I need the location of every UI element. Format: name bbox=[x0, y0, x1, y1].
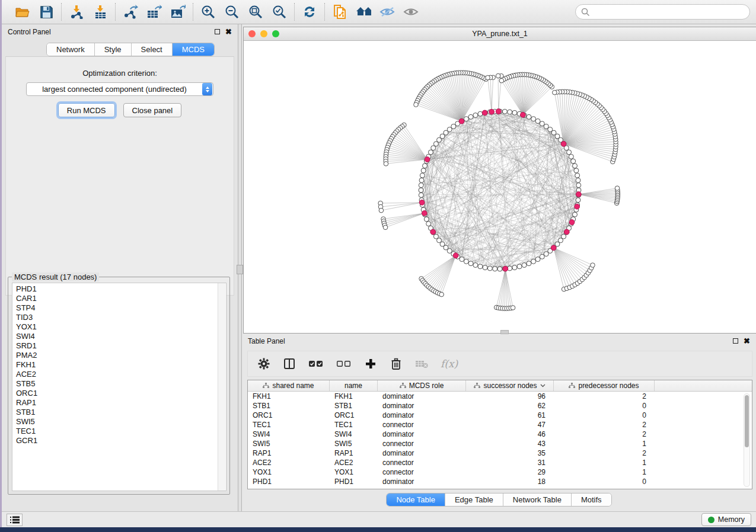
run-mcds-button[interactable]: Run MCDS bbox=[58, 103, 115, 117]
tab-style[interactable]: Style bbox=[95, 43, 132, 56]
mcds-node-item[interactable]: ORC1 bbox=[16, 389, 226, 398]
table-row[interactable]: PHD1PHD1dominator180 bbox=[248, 477, 752, 486]
table-row[interactable]: FKH1FKH1dominator962 bbox=[248, 392, 752, 401]
vertical-splitter[interactable] bbox=[238, 24, 242, 511]
table-row[interactable]: YOX1YOX1connector291 bbox=[248, 467, 752, 477]
add-column-icon[interactable] bbox=[364, 357, 377, 370]
column-header-MCDS-role[interactable]: MCDS role bbox=[378, 380, 466, 391]
float-table-panel-icon[interactable] bbox=[733, 338, 738, 344]
table-cell: dominator bbox=[378, 477, 466, 486]
select-all-icon[interactable] bbox=[308, 357, 324, 370]
table-row[interactable]: SWI4SWI4dominator462 bbox=[248, 430, 752, 439]
mcds-node-item[interactable]: TID3 bbox=[16, 313, 226, 322]
tab-mcds[interactable]: MCDS bbox=[173, 43, 214, 56]
table-cell: SWI4 bbox=[330, 430, 378, 438]
table-scrollbar[interactable] bbox=[744, 393, 750, 487]
mcds-node-item[interactable]: SWI5 bbox=[16, 417, 226, 427]
search-input[interactable] bbox=[575, 4, 750, 20]
column-layout-icon[interactable] bbox=[283, 357, 296, 370]
tab-network[interactable]: Network bbox=[47, 43, 95, 56]
table-cell: connector bbox=[378, 468, 466, 476]
splitter-handle[interactable] bbox=[237, 265, 243, 274]
tab-edge-table[interactable]: Edge Table bbox=[445, 493, 503, 506]
table-row[interactable]: RAP1RAP1dominator352 bbox=[248, 448, 752, 458]
table-cell: 1 bbox=[554, 440, 655, 448]
save-session-icon[interactable] bbox=[39, 4, 54, 20]
tab-network-table[interactable]: Network Table bbox=[503, 493, 572, 506]
hide-selected-icon[interactable] bbox=[379, 4, 395, 20]
memory-button[interactable]: Memory bbox=[701, 513, 751, 526]
delete-column-icon[interactable] bbox=[390, 357, 403, 370]
status-bar: Memory bbox=[2, 511, 756, 527]
table-cell: PHD1 bbox=[248, 477, 330, 486]
table-cell: connector bbox=[378, 421, 466, 429]
tab-motifs[interactable]: Motifs bbox=[572, 493, 611, 506]
mcds-node-item[interactable]: STB5 bbox=[16, 379, 226, 389]
table-scrollbar-thumb[interactable] bbox=[745, 395, 749, 447]
column-header-name[interactable]: name bbox=[330, 380, 378, 391]
float-panel-icon[interactable] bbox=[215, 29, 220, 34]
open-file-icon[interactable] bbox=[15, 4, 30, 20]
memory-label: Memory bbox=[718, 515, 745, 524]
zoom-selected-icon[interactable] bbox=[272, 4, 287, 20]
main-toolbar bbox=[2, 0, 756, 24]
criterion-dropdown[interactable]: largest connected component (undirected) bbox=[26, 82, 213, 96]
zoom-out-icon[interactable] bbox=[224, 4, 240, 20]
table-row[interactable]: ACE2ACE2connector311 bbox=[248, 458, 752, 467]
tab-select[interactable]: Select bbox=[132, 43, 173, 56]
network-view-window: YPA_prune.txt_1 bbox=[243, 27, 756, 334]
table-cell: SWI4 bbox=[248, 430, 330, 438]
mcds-node-item[interactable]: GCR1 bbox=[16, 436, 226, 446]
column-header-predecessor-nodes[interactable]: predecessor nodes bbox=[554, 380, 655, 391]
import-network-icon[interactable] bbox=[69, 4, 84, 20]
tab-node-table[interactable]: Node Table bbox=[387, 493, 445, 506]
table-row[interactable]: STB1STB1dominator620 bbox=[248, 401, 752, 411]
table-row[interactable]: ORC1ORC1dominator610 bbox=[248, 411, 752, 420]
close-panel-button[interactable]: Close panel bbox=[123, 103, 182, 117]
mcds-node-item[interactable]: YOX1 bbox=[16, 322, 226, 332]
zoom-fit-icon[interactable] bbox=[248, 4, 263, 20]
mcds-node-item[interactable]: STP4 bbox=[16, 303, 226, 313]
table-cell: dominator bbox=[378, 411, 466, 419]
network-canvas[interactable] bbox=[244, 41, 756, 333]
mcds-node-item[interactable]: CAR1 bbox=[16, 294, 226, 303]
task-history-button[interactable] bbox=[7, 514, 23, 526]
settings-gear-icon[interactable] bbox=[257, 357, 270, 370]
mcds-node-item[interactable]: SWI4 bbox=[16, 332, 226, 341]
mcds-node-item[interactable]: STB1 bbox=[16, 408, 226, 417]
horizontal-splitter-handle[interactable] bbox=[500, 330, 509, 334]
mcds-node-item[interactable]: TEC1 bbox=[16, 427, 226, 436]
mcds-list-scrollbar[interactable] bbox=[218, 283, 225, 491]
duplicate-network-icon[interactable] bbox=[332, 4, 347, 20]
first-neighbors-icon[interactable] bbox=[356, 4, 371, 20]
network-titlebar[interactable]: YPA_prune.txt_1 bbox=[244, 27, 756, 41]
close-table-panel-icon[interactable]: ✖ bbox=[744, 338, 750, 344]
table-row[interactable]: SWI5SWI5connector431 bbox=[248, 439, 752, 448]
mcds-result-list[interactable]: PHD1CAR1STP4TID3YOX1SWI4SRD1PMA2FKH1ACE2… bbox=[12, 283, 227, 491]
network-title: YPA_prune.txt_1 bbox=[244, 30, 756, 38]
import-table-icon[interactable] bbox=[92, 4, 108, 20]
mcds-node-item[interactable]: RAP1 bbox=[16, 398, 226, 408]
export-image-icon[interactable] bbox=[170, 4, 186, 20]
table-cell: 35 bbox=[466, 449, 554, 457]
mcds-node-item[interactable]: PHD1 bbox=[16, 284, 226, 294]
close-panel-icon[interactable]: ✖ bbox=[225, 29, 232, 34]
column-header-successor-nodes[interactable]: successor nodes bbox=[466, 380, 554, 391]
mcds-node-item[interactable]: ACE2 bbox=[16, 370, 226, 379]
application-window: Control Panel ✖ NetworkStyleSelectMCDS O… bbox=[2, 0, 756, 527]
export-table-icon[interactable] bbox=[146, 4, 162, 20]
table-cell: 0 bbox=[554, 477, 655, 486]
mcds-node-item[interactable]: FKH1 bbox=[16, 360, 226, 370]
table-cell: 2 bbox=[554, 421, 655, 429]
table-cell: dominator bbox=[378, 430, 466, 438]
show-all-icon[interactable] bbox=[403, 4, 419, 20]
export-network-icon[interactable] bbox=[123, 4, 138, 20]
mcds-node-item[interactable]: PMA2 bbox=[16, 351, 226, 360]
refresh-icon[interactable] bbox=[302, 4, 317, 20]
table-cell: FKH1 bbox=[330, 392, 378, 400]
mcds-node-item[interactable]: SRD1 bbox=[16, 341, 226, 351]
deselect-all-icon[interactable] bbox=[336, 357, 352, 370]
table-row[interactable]: TEC1TEC1connector472 bbox=[248, 420, 752, 430]
zoom-in-icon[interactable] bbox=[200, 4, 216, 20]
column-header-shared-name[interactable]: shared name bbox=[248, 380, 330, 391]
